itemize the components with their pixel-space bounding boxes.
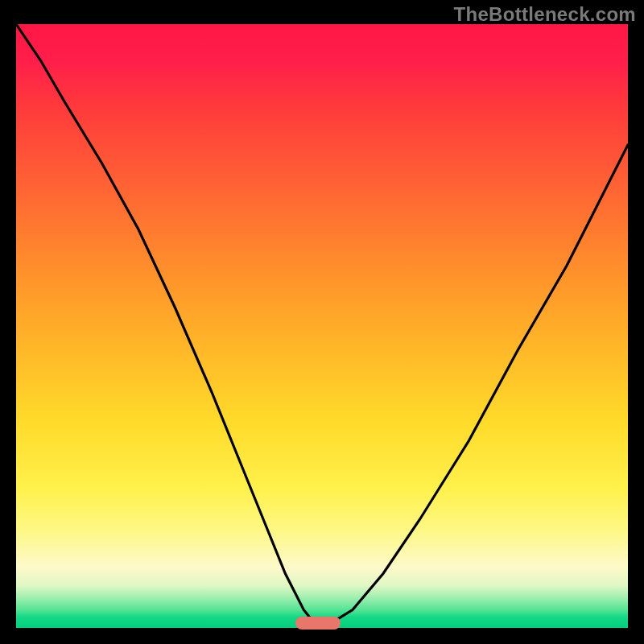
watermark-text: TheBottleneck.com <box>454 3 636 26</box>
bottleneck-curve <box>16 24 628 628</box>
plot-frame <box>16 24 628 628</box>
minimum-marker <box>295 617 341 630</box>
chart-wrapper: TheBottleneck.com <box>0 0 644 644</box>
